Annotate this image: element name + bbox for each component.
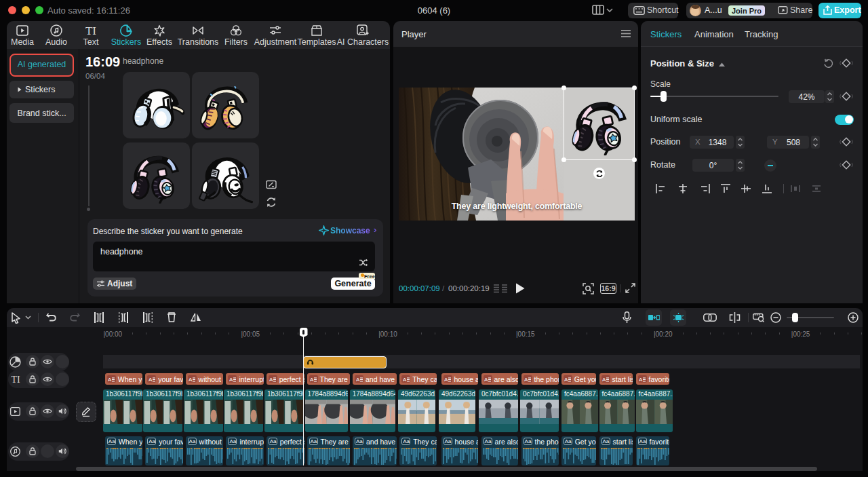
svg-text:A: A xyxy=(356,377,360,382)
svg-text:A: A xyxy=(602,377,606,382)
svg-text:A: A xyxy=(108,377,112,382)
svg-text:TI: TI xyxy=(11,375,20,385)
svg-text:A: A xyxy=(484,377,488,382)
svg-text:They are lightweight, comforta: They are lightweight, comfortable xyxy=(452,202,583,211)
svg-text:A: A xyxy=(444,377,448,382)
svg-text:A: A xyxy=(403,377,407,382)
svg-text:A: A xyxy=(524,377,528,382)
svg-text:A: A xyxy=(149,377,153,382)
svg-text:A: A xyxy=(310,377,314,382)
svg-text:TI: TI xyxy=(85,24,96,37)
svg-text:A: A xyxy=(639,377,643,382)
svg-text:A: A xyxy=(189,377,193,382)
svg-text:A: A xyxy=(564,377,568,382)
svg-text:A: A xyxy=(229,377,233,382)
svg-text:A: A xyxy=(269,377,273,382)
